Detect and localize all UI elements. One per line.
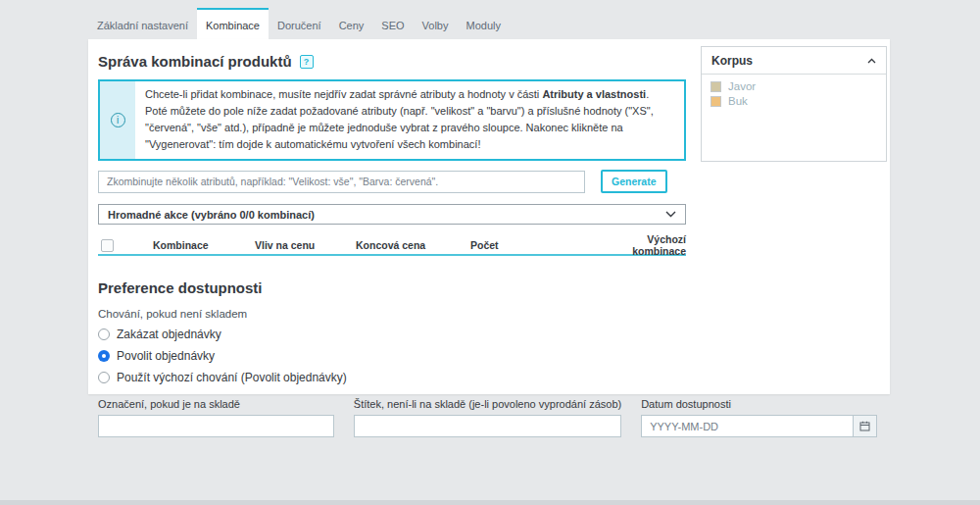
- radio-button-icon[interactable]: [98, 372, 110, 383]
- radio-label: Použít výchozí chování (Povolit objednáv…: [117, 371, 347, 384]
- field-label: Datum dostupnosti: [641, 398, 877, 410]
- attribute-combination-input[interactable]: [98, 171, 585, 193]
- info-line2: Poté můžete do pole níže zadat požadovan…: [145, 105, 654, 150]
- in-stock-label-input[interactable]: [98, 415, 334, 437]
- availability-fields-row: Označení, pokud je na skladě Štítek, nen…: [98, 398, 877, 437]
- attribute-group-panel-korpus: Korpus Javor Buk: [701, 46, 887, 162]
- panel-title-row: Správa kombinací produktů ?: [98, 53, 686, 70]
- availability-title: Preference dostupnosti: [98, 279, 877, 296]
- out-of-stock-label-field: Štítek, není-li na skladě (je-li povolen…: [354, 398, 621, 437]
- column-header-kombinace: Kombinace: [153, 239, 255, 251]
- radio-label: Zakázat objednávky: [117, 328, 221, 341]
- tab-zakladni-nastaveni[interactable]: Základní nastavení: [88, 8, 197, 39]
- radio-label: Povolit objednávky: [117, 349, 215, 363]
- combinations-main-column: Správa kombinací produktů ? i Chcete-li …: [98, 53, 686, 256]
- tab-moduly[interactable]: Moduly: [457, 8, 509, 39]
- color-swatch-javor: [710, 81, 721, 92]
- attribute-option-javor[interactable]: Javor: [710, 80, 877, 92]
- page-title: Správa kombinací produktů: [98, 53, 292, 70]
- field-label: Označení, pokud je na skladě: [98, 398, 334, 410]
- out-of-stock-label-input[interactable]: [354, 415, 621, 437]
- column-header-vliv-na-cenu: Vliv na cenu: [255, 239, 356, 251]
- bulk-actions-label: Hromadné akce (vybráno 0/0 kombinací): [108, 209, 315, 221]
- info-alert-text: Chcete-li přidat kombinace, musíte nejdř…: [135, 81, 684, 159]
- radio-deny-orders[interactable]: Zakázat objednávky: [98, 328, 877, 341]
- attribute-label: Buk: [728, 95, 748, 107]
- column-header-pocet: Počet: [470, 239, 612, 251]
- info-line1-suffix: .: [646, 88, 649, 100]
- chevron-down-icon: [665, 211, 676, 218]
- korpus-attribute-list: Javor Buk: [702, 75, 886, 116]
- field-label: Štítek, není-li na skladě (je-li povolen…: [354, 398, 621, 410]
- bulk-actions-dropdown[interactable]: Hromadné akce (vybráno 0/0 kombinací): [98, 204, 686, 225]
- korpus-panel-header[interactable]: Korpus: [702, 47, 886, 75]
- date-input-wrapper: [641, 415, 877, 437]
- column-header-koncova-cena: Koncová cena: [356, 239, 470, 251]
- help-icon[interactable]: ?: [300, 55, 314, 69]
- calendar-icon[interactable]: [853, 416, 876, 436]
- tab-seo[interactable]: SEO: [372, 8, 413, 39]
- chevron-up-icon: [867, 58, 876, 64]
- combinations-table-header: Kombinace Vliv na cenu Koncová cena Poče…: [98, 233, 686, 256]
- korpus-panel-title: Korpus: [711, 54, 753, 68]
- availability-date-field: Datum dostupnosti: [641, 398, 877, 437]
- column-header-vychozi-kombinace: Výchozí kombinace: [612, 233, 686, 257]
- availability-date-input[interactable]: [642, 416, 853, 436]
- color-swatch-buk: [710, 96, 721, 107]
- tab-doruceni[interactable]: Doručení: [269, 8, 330, 39]
- info-icon-cell: i: [100, 81, 135, 159]
- radio-default-behavior[interactable]: Použít výchozí chování (Povolit objednáv…: [98, 371, 877, 384]
- info-line1-bold: Atributy a vlastnosti: [542, 88, 646, 100]
- info-icon: i: [111, 113, 125, 127]
- tab-ceny[interactable]: Ceny: [330, 8, 373, 39]
- product-tabs: Základní nastavení Kombinace Doručení Ce…: [88, 8, 510, 41]
- generate-button[interactable]: Generate: [601, 170, 667, 193]
- attribute-option-buk[interactable]: Buk: [710, 95, 877, 107]
- combinations-panel: Správa kombinací produktů ? i Chcete-li …: [88, 39, 890, 394]
- combination-generator-row: Generate: [98, 170, 686, 193]
- tab-kombinace[interactable]: Kombinace: [197, 8, 269, 41]
- out-of-stock-behavior-label: Chování, pokud není skladem: [98, 308, 877, 320]
- availability-section: Preference dostupnosti Chování, pokud ne…: [98, 279, 877, 437]
- select-all-checkbox[interactable]: [101, 239, 114, 252]
- attribute-label: Javor: [728, 80, 756, 92]
- tab-volby[interactable]: Volby: [414, 8, 458, 39]
- radio-allow-orders[interactable]: Povolit objednávky: [98, 349, 877, 363]
- info-alert: i Chcete-li přidat kombinace, musíte nej…: [98, 79, 686, 161]
- in-stock-label-field: Označení, pokud je na skladě: [98, 398, 334, 437]
- window-bottom-edge: [0, 500, 980, 505]
- info-line1-prefix: Chcete-li přidat kombinace, musíte nejdř…: [145, 88, 542, 100]
- radio-button-icon-selected[interactable]: [98, 350, 110, 362]
- radio-button-icon[interactable]: [98, 328, 110, 340]
